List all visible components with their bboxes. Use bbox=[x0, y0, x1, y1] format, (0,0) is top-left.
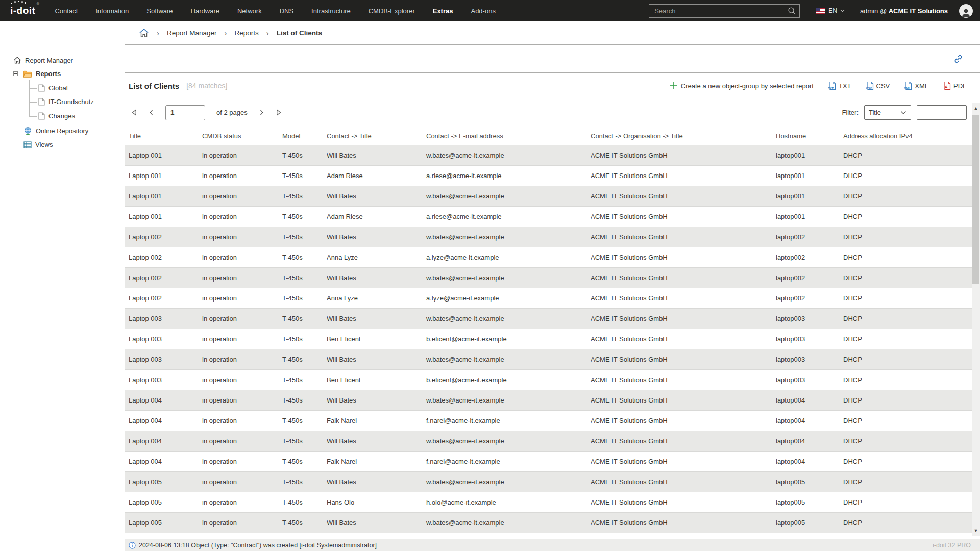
vertical-scrollbar[interactable]: ▲ ▼ bbox=[972, 103, 980, 536]
menu-item-hardware[interactable]: Hardware bbox=[191, 7, 219, 15]
table-cell: in operation bbox=[202, 376, 282, 384]
table-row[interactable]: Laptop 003in operationT-450sWill Batesw.… bbox=[125, 349, 972, 370]
sidebar-item-label: Global bbox=[48, 84, 68, 92]
search-input[interactable] bbox=[649, 4, 800, 18]
scroll-down-arrow-icon[interactable]: ▼ bbox=[972, 527, 980, 535]
table-cell: ACME IT Solutions GmbH bbox=[591, 192, 776, 200]
table-cell: ACME IT Solutions GmbH bbox=[591, 254, 776, 261]
home-icon[interactable] bbox=[139, 28, 149, 38]
sidebar-item-views[interactable]: Views bbox=[23, 141, 53, 148]
status-bar: 2024-08-06 13:18 Object (Type: "Contract… bbox=[125, 539, 980, 551]
last-page-button[interactable] bbox=[276, 109, 282, 116]
export-txt-button[interactable]: TXT TXT bbox=[827, 81, 851, 90]
menu-item-infrastructure[interactable]: Infrastructure bbox=[311, 7, 351, 15]
table-cell: laptop004 bbox=[776, 437, 843, 445]
column-header[interactable]: Address allocation IPv4 bbox=[843, 132, 972, 140]
column-header[interactable]: CMDB status bbox=[202, 132, 282, 140]
language-selector[interactable]: EN bbox=[816, 7, 845, 14]
sidebar-item-changes[interactable]: Changes bbox=[38, 112, 75, 120]
filter-label: Filter: bbox=[842, 109, 859, 116]
column-header[interactable]: Title bbox=[129, 132, 202, 140]
table-row[interactable]: Laptop 002in operationT-450sAnna Lyzea.l… bbox=[125, 247, 972, 268]
table-row[interactable]: Laptop 002in operationT-450sWill Batesw.… bbox=[125, 268, 972, 288]
table-row[interactable]: Laptop 005in operationT-450sWill Batesw.… bbox=[125, 472, 972, 492]
user-organisation: ACME IT Solutions bbox=[889, 7, 948, 15]
table-row[interactable]: Laptop 001in operationT-450sWill Batesw.… bbox=[125, 186, 972, 207]
table-cell: in operation bbox=[202, 315, 282, 322]
menu-item-information[interactable]: Information bbox=[95, 7, 129, 15]
table-row[interactable]: Laptop 004in operationT-450sFalk Nareif.… bbox=[125, 411, 972, 431]
top-navigation: i-doit ® Contact Information Software Ha… bbox=[0, 0, 980, 21]
export-pdf-button[interactable]: PDF bbox=[942, 81, 967, 90]
create-object-group-button[interactable]: Create a new object-group by selected re… bbox=[669, 82, 814, 90]
table-row[interactable]: Laptop 004in operationT-450sWill Batesw.… bbox=[125, 390, 972, 411]
column-header[interactable]: Contact -> E-mail address bbox=[426, 132, 591, 140]
us-flag-icon bbox=[816, 8, 825, 14]
table-cell: ACME IT Solutions GmbH bbox=[591, 294, 776, 302]
table-cell: Will Bates bbox=[327, 274, 426, 282]
next-page-button[interactable] bbox=[259, 109, 264, 116]
sidebar-item-online-repository[interactable]: Online Repository bbox=[23, 127, 88, 135]
column-header[interactable]: Model bbox=[282, 132, 327, 140]
table-row[interactable]: Laptop 002in operationT-450sWill Batesw.… bbox=[125, 227, 972, 247]
column-header[interactable]: Contact -> Organisation -> Title bbox=[591, 132, 776, 140]
breadcrumb-report-manager[interactable]: Report Manager bbox=[167, 29, 217, 37]
table-cell: DHCP bbox=[843, 519, 972, 527]
table-row[interactable]: Laptop 003in operationT-450sWill Batesw.… bbox=[125, 309, 972, 329]
export-xml-button[interactable]: XML XML bbox=[903, 81, 928, 90]
table-cell: ACME IT Solutions GmbH bbox=[591, 274, 776, 282]
table-row[interactable]: Laptop 001in operationT-450sWill Batesw.… bbox=[125, 145, 972, 166]
table-row[interactable]: Laptop 001in operationT-450sAdam Riesea.… bbox=[125, 207, 972, 227]
column-header[interactable]: Hostname bbox=[776, 132, 843, 140]
table-cell: w.bates@acme-it.example bbox=[426, 192, 591, 200]
sidebar-item-global[interactable]: Global bbox=[38, 84, 68, 92]
filter-text-input[interactable] bbox=[917, 105, 967, 120]
table-cell: T-450s bbox=[282, 274, 327, 282]
permalink-chain-icon[interactable] bbox=[953, 54, 964, 64]
table-cell: T-450s bbox=[282, 315, 327, 322]
table-row[interactable]: Laptop 005in operationT-450sWill Batesw.… bbox=[125, 513, 972, 533]
table-cell: Laptop 004 bbox=[129, 437, 202, 445]
table-cell: DHCP bbox=[843, 274, 972, 282]
table-row[interactable]: Laptop 003in operationT-450sBen Eficentb… bbox=[125, 329, 972, 349]
search-icon[interactable] bbox=[788, 7, 796, 15]
table-cell: Laptop 004 bbox=[129, 458, 202, 465]
menu-item-extras[interactable]: Extras bbox=[433, 7, 453, 15]
filter-column-select[interactable]: Title bbox=[864, 105, 911, 120]
collapse-expander[interactable] bbox=[13, 71, 18, 76]
version-label: i-doit 32 PRO bbox=[933, 542, 971, 549]
table-cell: ACME IT Solutions GmbH bbox=[591, 233, 776, 241]
table-cell: ACME IT Solutions GmbH bbox=[591, 152, 776, 159]
export-csv-button[interactable]: CSV CSV bbox=[865, 81, 890, 90]
logged-in-user[interactable]: admin @ ACME IT Solutions bbox=[860, 7, 948, 15]
menu-item-cmdb-explorer[interactable]: CMDB-Explorer bbox=[369, 7, 415, 15]
menu-item-dns[interactable]: DNS bbox=[280, 7, 293, 15]
first-page-button[interactable] bbox=[131, 109, 137, 116]
user-avatar[interactable] bbox=[959, 4, 973, 18]
breadcrumb-reports[interactable]: Reports bbox=[235, 29, 259, 37]
column-header[interactable]: Contact -> Title bbox=[327, 132, 426, 140]
menu-item-software[interactable]: Software bbox=[146, 7, 173, 15]
table-cell: ACME IT Solutions GmbH bbox=[591, 498, 776, 506]
table-row[interactable]: Laptop 002in operationT-450sAnna Lyzea.l… bbox=[125, 288, 972, 309]
tree-line bbox=[29, 88, 37, 89]
menu-item-network[interactable]: Network bbox=[237, 7, 262, 15]
table-cell: w.bates@acme-it.example bbox=[426, 233, 591, 241]
menu-item-add-ons[interactable]: Add-ons bbox=[471, 7, 495, 15]
scroll-up-arrow-icon[interactable]: ▲ bbox=[972, 104, 980, 112]
page-number-input[interactable] bbox=[165, 105, 205, 120]
user-name: admin @ bbox=[860, 7, 887, 15]
scrollbar-thumb[interactable] bbox=[972, 115, 979, 284]
sidebar-item-reports[interactable]: Reports bbox=[23, 70, 61, 78]
menu-item-contact[interactable]: Contact bbox=[55, 7, 78, 15]
sidebar-item-it-grundschutz[interactable]: IT-Grundschutz bbox=[38, 98, 94, 106]
table-cell: DHCP bbox=[843, 498, 972, 506]
sidebar-item-report-manager[interactable]: Report Manager bbox=[13, 56, 73, 64]
table-row[interactable]: Laptop 003in operationT-450sBen Eficentb… bbox=[125, 370, 972, 390]
idoit-logo[interactable]: i-doit ® bbox=[10, 5, 35, 16]
table-row[interactable]: Laptop 001in operationT-450sAdam Riesea.… bbox=[125, 166, 972, 186]
table-row[interactable]: Laptop 004in operationT-450sFalk Nareif.… bbox=[125, 452, 972, 472]
table-row[interactable]: Laptop 004in operationT-450sWill Batesw.… bbox=[125, 431, 972, 452]
table-row[interactable]: Laptop 005in operationT-450sHans Oloh.ol… bbox=[125, 492, 972, 513]
previous-page-button[interactable] bbox=[149, 109, 154, 116]
